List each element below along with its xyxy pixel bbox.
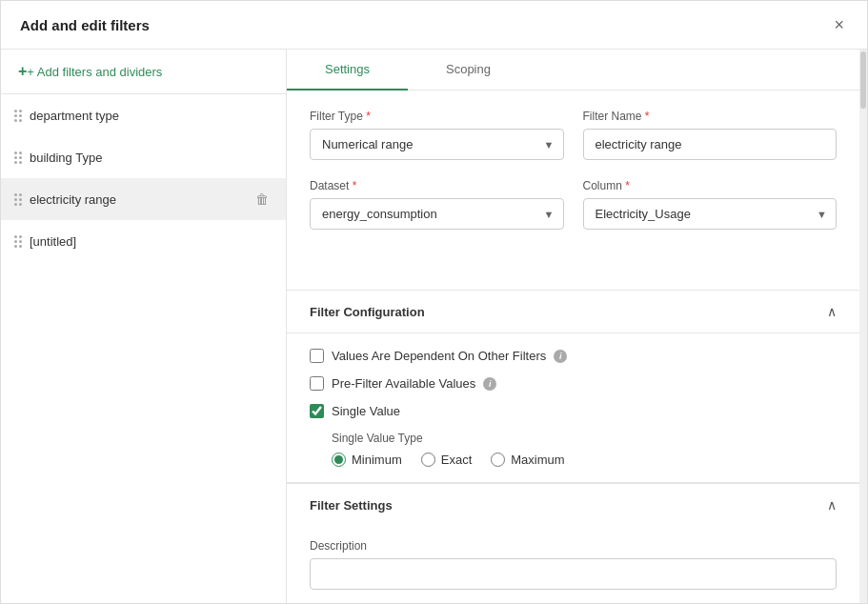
sidebar: + + Add filters and dividers department … <box>1 50 287 603</box>
column-label: Column * <box>583 179 838 192</box>
form-group-filter-type: Filter Type * Numerical range Text Date … <box>310 110 564 160</box>
modal-container: Add and edit filters × + + Add filters a… <box>0 0 868 604</box>
filter-settings-header[interactable]: Filter Settings ∧ <box>287 483 859 526</box>
add-filters-button[interactable]: + + Add filters and dividers <box>1 50 286 94</box>
filter-config-header[interactable]: Filter Configuration ∧ <box>287 290 859 332</box>
drag-handle <box>14 235 22 248</box>
radio-minimum-label: Minimum <box>352 453 402 467</box>
tab-settings[interactable]: Settings <box>287 50 408 91</box>
values-dependent-row: Values Are Dependent On Other Filters i <box>310 349 837 363</box>
radio-option-maximum[interactable]: Maximum <box>491 453 564 467</box>
radio-exact[interactable] <box>421 453 435 467</box>
radio-minimum[interactable] <box>332 453 346 467</box>
filter-type-select-wrapper: Numerical range Text Date range Boolean … <box>310 129 564 160</box>
radio-option-exact[interactable]: Exact <box>421 453 473 467</box>
filter-type-label: Filter Type * <box>310 110 564 123</box>
filter-name-input[interactable] <box>583 129 838 160</box>
sidebar-items-list: department type 🗑 building Type 🗑 <box>1 94 286 603</box>
filter-config-title: Filter Configuration <box>310 305 425 319</box>
drag-handle <box>14 193 22 206</box>
sidebar-item-building-type[interactable]: building Type 🗑 <box>1 136 286 178</box>
form-group-filter-name: Filter Name * <box>583 110 838 160</box>
pre-filter-checkbox[interactable] <box>310 376 324 391</box>
values-dependent-label: Values Are Dependent On Other Filters <box>332 349 546 363</box>
sidebar-item-electricity-range[interactable]: electricity range 🗑 <box>1 178 286 220</box>
modal-title: Add and edit filters <box>20 17 150 33</box>
single-value-checkbox[interactable] <box>310 404 324 418</box>
filter-config-section: Filter Configuration ∧ Values Are Depend… <box>287 290 859 482</box>
add-filters-label: + Add filters and dividers <box>27 65 162 79</box>
radio-maximum-label: Maximum <box>511 453 564 467</box>
column-select[interactable]: Electricity_Usage Gas_Usage Water_Usage <box>583 198 838 230</box>
sidebar-item-department-type[interactable]: department type 🗑 <box>1 94 286 136</box>
pre-filter-row: Pre-Filter Available Values i <box>310 376 837 391</box>
radio-group-single-value-type: Minimum Exact Maximum <box>332 453 837 467</box>
modal-header: Add and edit filters × <box>1 1 867 50</box>
right-panel: Settings Scoping Filter Type * <box>287 50 859 603</box>
modal-body: + + Add filters and dividers department … <box>1 50 867 603</box>
pre-filter-label: Pre-Filter Available Values <box>332 376 475 391</box>
dataset-label: Dataset * <box>310 179 564 192</box>
values-dependent-info-icon[interactable]: i <box>554 350 567 363</box>
tabs: Settings Scoping <box>287 50 859 91</box>
form-row-1: Filter Type * Numerical range Text Date … <box>310 110 837 160</box>
filter-config-chevron-icon: ∧ <box>827 304 837 319</box>
radio-exact-label: Exact <box>441 453 473 467</box>
item-label-untitled: [untitled] <box>30 234 244 249</box>
filter-settings-title: Filter Settings <box>310 498 393 513</box>
filter-settings-body: Description <box>287 526 859 603</box>
form-content: Filter Type * Numerical range Text Date … <box>287 91 859 290</box>
filter-settings-chevron-icon: ∧ <box>827 497 837 513</box>
single-value-row: Single Value <box>310 404 837 418</box>
filter-name-label: Filter Name * <box>583 110 838 123</box>
drag-handle <box>14 110 22 122</box>
values-dependent-checkbox[interactable] <box>310 349 324 363</box>
description-label: Description <box>310 539 837 553</box>
single-value-type-label: Single Value Type <box>332 432 837 445</box>
column-select-wrapper: Electricity_Usage Gas_Usage Water_Usage … <box>583 198 838 230</box>
scrollbar-thumb[interactable] <box>860 51 866 109</box>
single-value-section: Single Value Single Value Type Minimum E… <box>310 404 837 467</box>
dataset-select[interactable]: energy_consumption building_data user_da… <box>310 198 564 230</box>
scrollbar-track <box>859 50 867 603</box>
form-group-column: Column * Electricity_Usage Gas_Usage Wat… <box>583 179 838 230</box>
filter-type-select[interactable]: Numerical range Text Date range Boolean <box>310 129 564 160</box>
form-row-2: Dataset * energy_consumption building_da… <box>310 179 837 230</box>
plus-icon: + <box>18 63 27 80</box>
delete-electricity-range-button[interactable]: 🗑 <box>252 190 273 209</box>
drag-handle <box>14 151 22 164</box>
item-label-building-type: building Type <box>30 151 244 165</box>
form-group-dataset: Dataset * energy_consumption building_da… <box>310 179 564 230</box>
close-button[interactable]: × <box>830 14 848 35</box>
single-value-label: Single Value <box>332 404 400 418</box>
item-label-electricity-range: electricity range <box>30 192 244 207</box>
radio-option-minimum[interactable]: Minimum <box>332 453 402 467</box>
description-input[interactable] <box>310 558 837 590</box>
pre-filter-info-icon[interactable]: i <box>483 377 496 391</box>
sidebar-item-untitled[interactable]: [untitled] 🗑 <box>1 220 286 262</box>
filter-settings-section: Filter Settings ∧ Description <box>287 482 859 603</box>
item-label-department-type: department type <box>30 109 244 123</box>
dataset-select-wrapper: energy_consumption building_data user_da… <box>310 198 564 230</box>
radio-maximum[interactable] <box>491 453 505 467</box>
tab-scoping[interactable]: Scoping <box>408 50 529 91</box>
filter-config-body: Values Are Dependent On Other Filters i … <box>287 332 859 482</box>
